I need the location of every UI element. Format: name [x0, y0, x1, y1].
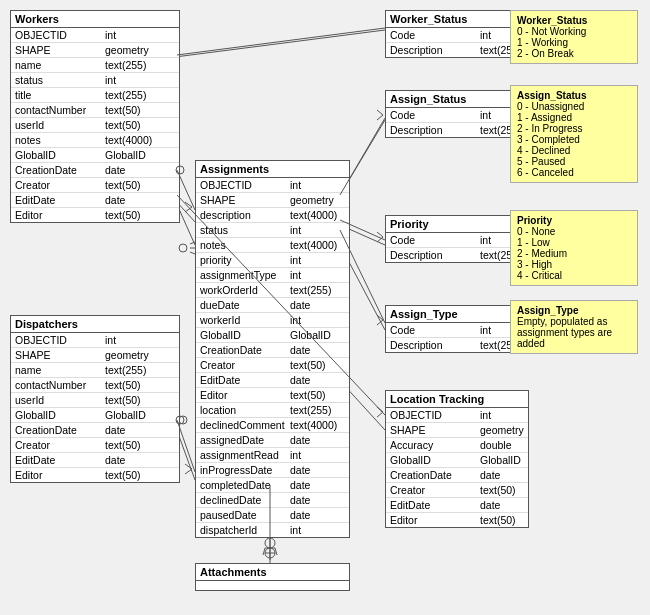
svg-line-17 [185, 202, 192, 207]
workers-title: Workers [11, 11, 179, 28]
table-row: workOrderIdtext(255) [196, 283, 349, 298]
table-row: Editortext(50) [11, 468, 179, 482]
table-row: EditDatedate [11, 453, 179, 468]
table-row: priorityint [196, 253, 349, 268]
table-row: notestext(4000) [196, 238, 349, 253]
table-row: notestext(4000) [11, 133, 179, 148]
svg-line-18 [185, 207, 192, 212]
table-row: Accuracydouble [386, 438, 528, 453]
table-row: Editortext(50) [196, 388, 349, 403]
table-row: Creatortext(50) [11, 178, 179, 193]
table-row: GlobalIDGlobalID [11, 148, 179, 163]
table-row: Codeint [386, 323, 525, 338]
note-line: 0 - None [517, 226, 631, 237]
table-row: CreationDatedate [11, 163, 179, 178]
attachments-table: Attachments [195, 563, 350, 591]
svg-line-22 [377, 115, 383, 120]
note-line: 2 - Medium [517, 248, 631, 259]
note-line: 3 - High [517, 259, 631, 270]
note-line: 2 - In Progress [517, 123, 631, 134]
priority-title: Priority [386, 216, 525, 233]
svg-point-12 [179, 416, 187, 424]
table-row: EditDatedate [11, 193, 179, 208]
svg-line-39 [377, 407, 383, 412]
table-row: workerIdint [196, 313, 349, 328]
table-row: Descriptiontext(255) [386, 338, 525, 352]
svg-line-27 [377, 315, 383, 320]
table-row: inProgressDatedate [196, 463, 349, 478]
svg-line-25 [377, 237, 383, 242]
svg-line-24 [377, 232, 383, 237]
table-row: userIdtext(50) [11, 118, 179, 133]
svg-line-32 [185, 469, 192, 474]
assign-status-title: Assign_Status [386, 91, 525, 108]
svg-line-36 [263, 548, 265, 555]
note-line: Worker_Status [517, 15, 631, 26]
note-line: 4 - Critical [517, 270, 631, 281]
priority-table: Priority Codeint Descriptiontext(255) [385, 215, 526, 263]
worker-status-note: Worker_Status 0 - Not Working 1 - Workin… [510, 10, 638, 64]
worker-status-table: Worker_Status Codeint Descriptiontext(25… [385, 10, 526, 58]
svg-point-8 [179, 244, 187, 252]
svg-line-37 [275, 548, 277, 555]
table-row: Codeint [386, 28, 525, 43]
assignments-table: Assignments OBJECTIDint SHAPEgeometry de… [195, 160, 350, 538]
table-row: statusint [11, 73, 179, 88]
svg-point-13 [265, 548, 275, 558]
note-line: 3 - Completed [517, 134, 631, 145]
table-row: OBJECTIDint [386, 408, 528, 423]
table-row: Creatortext(50) [196, 358, 349, 373]
table-row: titletext(255) [11, 88, 179, 103]
svg-point-34 [265, 538, 275, 548]
table-row: GlobalIDGlobalID [11, 408, 179, 423]
table-row: declinedCommenttext(4000) [196, 418, 349, 433]
assign-status-note: Assign_Status 0 - Unassigned 1 - Assigne… [510, 85, 638, 183]
note-line: 0 - Not Working [517, 26, 631, 37]
location-tracking-table: Location Tracking OBJECTIDint SHAPEgeome… [385, 390, 529, 528]
note-line: 5 - Paused [517, 156, 631, 167]
note-line: Assign_Status [517, 90, 631, 101]
worker-status-title: Worker_Status [386, 11, 525, 28]
table-row: Creatortext(50) [11, 438, 179, 453]
table-row: contactNumbertext(50) [11, 378, 179, 393]
table-row: descriptiontext(4000) [196, 208, 349, 223]
table-row: dueDatedate [196, 298, 349, 313]
table-row: CreationDatedate [386, 468, 528, 483]
note-line: Assign_Type [517, 305, 631, 316]
note-line: 4 - Declined [517, 145, 631, 156]
table-row: nametext(255) [11, 363, 179, 378]
table-row: Creatortext(50) [386, 483, 528, 498]
svg-line-28 [377, 320, 383, 325]
svg-line-0 [175, 30, 385, 57]
table-row: SHAPEgeometry [11, 348, 179, 363]
note-line: Empty, populated as assignment types are… [517, 316, 631, 349]
table-row: GlobalIDGlobalID [386, 453, 528, 468]
table-row: SHAPEgeometry [196, 193, 349, 208]
table-row: locationtext(255) [196, 403, 349, 418]
note-line: 2 - On Break [517, 48, 631, 59]
dispatchers-title: Dispatchers [11, 316, 179, 333]
note-line: 1 - Low [517, 237, 631, 248]
table-row: OBJECTIDint [11, 28, 179, 43]
table-row: OBJECTIDint [11, 333, 179, 348]
diagram-container: Workers OBJECTIDint SHAPEgeometry namete… [0, 0, 650, 615]
assign-type-title: Assign_Type [386, 306, 525, 323]
table-row: EditDatedate [196, 373, 349, 388]
table-row: Descriptiontext(255) [386, 248, 525, 262]
svg-line-31 [185, 464, 192, 469]
svg-line-40 [377, 412, 383, 417]
table-row: statusint [196, 223, 349, 238]
table-row: Descriptiontext(255) [386, 43, 525, 57]
dispatchers-table: Dispatchers OBJECTIDint SHAPEgeometry na… [10, 315, 180, 483]
table-row: GlobalIDGlobalID [196, 328, 349, 343]
table-row: Editortext(50) [11, 208, 179, 222]
table-row: Descriptiontext(255) [386, 123, 525, 137]
assignments-title: Assignments [196, 161, 349, 178]
table-row: assignedDatedate [196, 433, 349, 448]
table-row: userIdtext(50) [11, 393, 179, 408]
table-row: SHAPEgeometry [386, 423, 528, 438]
assign-status-table: Assign_Status Codeint Descriptiontext(25… [385, 90, 526, 138]
table-row: nametext(255) [11, 58, 179, 73]
table-row: assignmentTypeint [196, 268, 349, 283]
svg-line-21 [377, 110, 383, 115]
